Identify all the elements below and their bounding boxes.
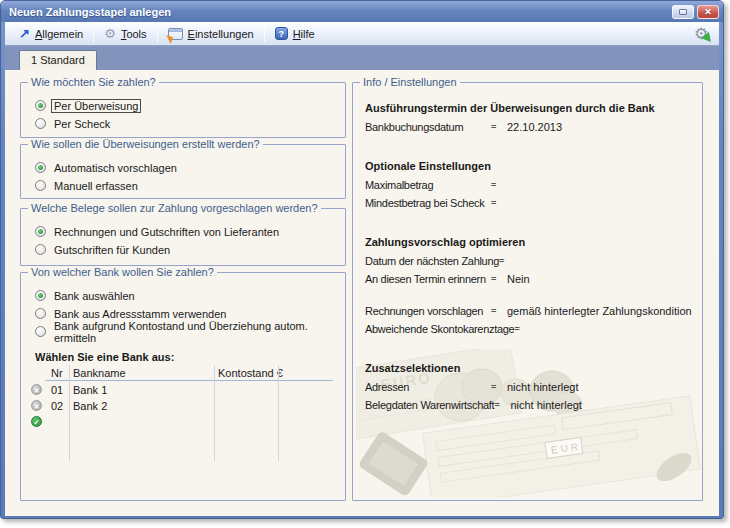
- radio-bank-auswaehlen[interactable]: Bank auswählen: [35, 289, 345, 302]
- radio-button[interactable]: [35, 118, 46, 129]
- radio-button[interactable]: [35, 244, 46, 255]
- info-label: Datum der nächsten Zahlung: [365, 255, 499, 267]
- close-button[interactable]: ✕: [697, 5, 719, 19]
- info-label: An diesen Termin erinnern: [365, 273, 491, 285]
- group-document-selection: Welche Belege sollen zur Zahlung vorgesc…: [20, 208, 346, 266]
- column-header-bankname: Bankname: [73, 367, 126, 379]
- info-label: Mindestbetrag bei Scheck: [365, 197, 491, 209]
- info-section-zahlungsvorschlag: Zahlungsvorschlag optimieren Datum der n…: [365, 236, 694, 335]
- radio-button-selected[interactable]: [35, 162, 46, 173]
- column-divider: [278, 365, 279, 461]
- window-title: Neuen Zahlungsstapel anlegen: [9, 6, 171, 18]
- radio-label[interactable]: Rechnungen und Gutschriften von Lieferan…: [54, 226, 279, 238]
- equals-icon: =: [499, 256, 515, 266]
- radio-gutschriften-kunden[interactable]: Gutschriften für Kunden: [35, 243, 345, 256]
- toolbar-item-allgemein[interactable]: ↗ Allgemein: [11, 24, 91, 44]
- window-body: ↗ Allgemein ⚙ Tools Einstellungen ? Hilf…: [5, 22, 719, 516]
- section-heading: Zusatzselektionen: [365, 362, 694, 374]
- info-section-optionale-einstellungen: Optionale Einstellungen Maximalbetrag = …: [365, 160, 694, 209]
- toolbar-label-hilfe: Hilfe: [293, 28, 315, 40]
- info-value: nicht hinterlegt: [510, 399, 694, 411]
- radio-label[interactable]: Bank auswählen: [54, 290, 135, 302]
- toolbar: ↗ Allgemein ⚙ Tools Einstellungen ? Hilf…: [5, 22, 719, 46]
- info-row: Datum der nächsten Zahlung =: [365, 255, 694, 267]
- radio-manuell[interactable]: Manuell erfassen: [35, 179, 345, 192]
- bank-table-caption: Wählen Sie eine Bank aus:: [35, 351, 345, 363]
- column-divider: [69, 365, 70, 461]
- group-title: Wie sollen die Überweisungen erstellt we…: [28, 138, 263, 150]
- equals-icon: =: [491, 306, 507, 316]
- close-icon: ✕: [704, 7, 712, 17]
- content-area: Wie möchten Sie zahlen? Per Überweisung …: [5, 70, 719, 516]
- info-body: Ausführungstermin der Überweisungen durc…: [353, 83, 702, 411]
- tab-standard[interactable]: 1 Standard: [19, 50, 97, 70]
- equals-icon: =: [491, 198, 507, 208]
- radio-button-selected[interactable]: [35, 226, 46, 237]
- equals-icon: =: [514, 324, 530, 334]
- info-value: gemäß hinterlegter Zahlungskondition: [507, 305, 694, 317]
- toolbar-separator: [93, 26, 94, 42]
- radio-label[interactable]: Gutschriften für Kunden: [54, 244, 170, 256]
- bank-row-nr[interactable]: 02: [51, 400, 63, 412]
- toolbar-separator: [264, 26, 265, 42]
- dialog-window: Neuen Zahlungsstapel anlegen ✕ ↗ Allgeme…: [0, 0, 724, 519]
- column-divider: [214, 365, 215, 461]
- toolbar-label-einstellungen: Einstellungen: [188, 28, 254, 40]
- bank-row-name[interactable]: Bank 2: [73, 400, 107, 412]
- exclude-bank-icon[interactable]: ✕: [31, 400, 42, 411]
- radio-bank-adressstamm[interactable]: Bank aus Adressstamm verwenden: [35, 307, 345, 320]
- title-bar: Neuen Zahlungsstapel anlegen ✕: [1, 1, 723, 22]
- bank-table: Nr Bankname Kontostand € ✕ 01 Bank 1 ✕ 0…: [29, 365, 335, 477]
- row-spacer: [365, 291, 694, 305]
- bank-row-name[interactable]: Bank 1: [73, 384, 107, 396]
- maximize-button[interactable]: [672, 5, 694, 19]
- radio-label[interactable]: Automatisch vorschlagen: [54, 162, 177, 174]
- info-value: Nein: [507, 273, 694, 285]
- group-bank-selection: Von welcher Bank wollen Sie zahlen? Bank…: [20, 272, 346, 501]
- info-label: Maximalbetrag: [365, 179, 491, 191]
- settings-window-icon: [168, 28, 183, 40]
- maximize-icon: [679, 9, 687, 15]
- equals-icon: =: [491, 180, 507, 190]
- equals-icon: =: [494, 400, 510, 410]
- group-info-einstellungen: Info / Einstellungen Ausführungstermin d…: [352, 82, 703, 501]
- equals-icon: =: [491, 274, 507, 284]
- bank-row-nr[interactable]: 01: [51, 384, 63, 396]
- section-heading: Zahlungsvorschlag optimieren: [365, 236, 694, 248]
- info-label: Rechnungen vorschlagen: [365, 305, 491, 317]
- info-row: Mindestbetrag bei Scheck =: [365, 197, 694, 209]
- radio-rechnungen-lieferanten[interactable]: Rechnungen und Gutschriften von Lieferan…: [35, 225, 345, 238]
- toolbar-item-hilfe[interactable]: ? Hilfe: [267, 24, 323, 44]
- confirm-bank-icon[interactable]: ✓: [31, 416, 42, 427]
- arrow-up-right-icon: ↗: [19, 27, 30, 40]
- radio-label[interactable]: Per Überweisung: [52, 100, 140, 112]
- toolbar-separator: [157, 26, 158, 42]
- run-gear-button[interactable]: ⚙: [693, 25, 713, 43]
- section-spacer: [365, 146, 694, 160]
- radio-button-selected[interactable]: [35, 100, 46, 111]
- radio-button[interactable]: [35, 308, 46, 319]
- radio-label[interactable]: Bank aus Adressstamm verwenden: [54, 308, 226, 320]
- radio-automatisch[interactable]: Automatisch vorschlagen: [35, 161, 345, 174]
- info-section-ausfuehrungstermin: Ausführungstermin der Überweisungen durc…: [365, 102, 694, 133]
- info-label: Adressen: [365, 381, 491, 393]
- radio-label[interactable]: Bank aufgrund Kontostand und Überziehung…: [54, 320, 345, 344]
- radio-button[interactable]: [35, 180, 46, 191]
- radio-per-scheck[interactable]: Per Scheck: [35, 117, 345, 130]
- radio-label[interactable]: Manuell erfassen: [54, 180, 138, 192]
- exclude-bank-icon[interactable]: ✕: [31, 384, 42, 395]
- info-row: Bankbuchungsdatum = 22.10.2013: [365, 121, 694, 133]
- toolbar-item-tools[interactable]: ⚙ Tools: [96, 24, 154, 44]
- radio-bank-automatisch[interactable]: Bank aufgrund Kontostand und Überziehung…: [35, 325, 345, 338]
- toolbar-item-einstellungen[interactable]: Einstellungen: [160, 24, 262, 44]
- info-row: An diesen Termin erinnern = Nein: [365, 273, 694, 285]
- radio-button-selected[interactable]: [35, 290, 46, 301]
- radio-label[interactable]: Per Scheck: [54, 118, 110, 130]
- info-section-zusatzselektionen: Zusatzselektionen Adressen = nicht hinte…: [365, 362, 694, 411]
- group-payment-method: Wie möchten Sie zahlen? Per Überweisung …: [20, 82, 346, 138]
- radio-button[interactable]: [35, 326, 46, 337]
- help-icon: ?: [275, 27, 288, 40]
- section-spacer: [365, 348, 694, 362]
- orange-arrow-icon: [164, 35, 173, 44]
- radio-per-ueberweisung[interactable]: Per Überweisung: [35, 99, 345, 112]
